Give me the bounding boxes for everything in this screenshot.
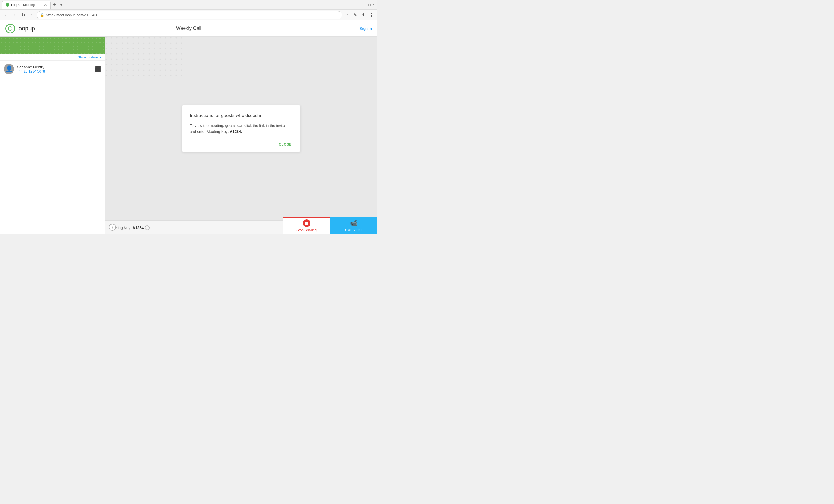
logo-text: loopup: [17, 25, 35, 32]
logo-icon: [5, 24, 15, 34]
refresh-button[interactable]: ↻: [19, 11, 27, 19]
logo-inner-ring: [8, 26, 13, 31]
home-button[interactable]: ⌂: [28, 11, 36, 19]
svg-rect-1: [105, 37, 186, 77]
instructions-dialog: Instructions for guests who dialed in To…: [182, 105, 301, 152]
page-info-button[interactable]: i: [109, 224, 116, 231]
browser-top-bar: LoopUp Meeting ✕ + ▾ — ▢ ✕: [0, 0, 377, 10]
page-title: Weekly Call: [176, 26, 201, 31]
tab-label: LoopUp Meeting: [11, 3, 35, 7]
menu-icon[interactable]: ⋮: [368, 11, 375, 19]
address-bar[interactable]: 🔒 https://meet.loopup.com/A123456: [37, 11, 342, 19]
show-history-button[interactable]: Show history ▼: [78, 55, 102, 59]
main-layout: Show history ▼ 👤 Carianne Gentry +44 20 …: [0, 37, 377, 235]
video-camera-icon: 📹: [350, 220, 357, 227]
history-arrow-icon: ▼: [99, 56, 102, 59]
dialog-footer: CLOSE: [190, 140, 291, 146]
tab-list-button[interactable]: ▾: [58, 1, 64, 8]
new-tab-button[interactable]: +: [51, 1, 58, 8]
bookmark-star-icon[interactable]: ☆: [343, 11, 351, 19]
dialog-meeting-key: A1234.: [230, 129, 242, 134]
stop-sharing-record-icon: [303, 219, 310, 227]
forward-button[interactable]: ›: [11, 11, 18, 19]
avatar-icon: 👤: [5, 65, 13, 72]
avatar: 👤: [4, 64, 14, 74]
content-main: Instructions for guests who dialed in To…: [105, 37, 377, 220]
sidebar-banner: [0, 37, 105, 54]
participant-row: 👤 Carianne Gentry +44 20 1234 5678 ⬛: [0, 61, 105, 78]
start-video-label: Start Video: [345, 228, 362, 232]
browser-toolbar: ‹ › ↻ ⌂ 🔒 https://meet.loopup.com/A12345…: [0, 10, 377, 21]
screen-share-icon[interactable]: ⬛: [94, 66, 101, 72]
browser-tab-active[interactable]: LoopUp Meeting ✕: [2, 1, 51, 9]
signin-link[interactable]: Sign in: [359, 26, 372, 31]
content-area: Instructions for guests who dialed in To…: [105, 37, 377, 235]
history-bar: Show history ▼: [0, 54, 105, 61]
maximize-button[interactable]: ▢: [368, 3, 371, 6]
url-text: https://meet.loopup.com/A123456: [46, 13, 98, 17]
meeting-key-value: A1234: [133, 225, 144, 230]
participant-info: Carianne Gentry +44 20 1234 5678: [17, 65, 92, 73]
start-video-button[interactable]: 📹 Start Video: [330, 217, 377, 235]
participant-phone: +44 20 1234 5678: [17, 69, 92, 73]
participant-name: Carianne Gentry: [17, 65, 92, 69]
action-buttons: Stop Sharing 📹 Start Video: [283, 217, 377, 235]
reading-list-icon[interactable]: ✎: [351, 11, 359, 19]
dialog-body: To view the meeting, guests can click th…: [190, 123, 291, 135]
sidebar: Show history ▼ 👤 Carianne Gentry +44 20 …: [0, 37, 105, 235]
stop-sharing-button[interactable]: Stop Sharing: [283, 217, 330, 235]
share-icon[interactable]: ⬆: [359, 11, 367, 19]
minimize-button[interactable]: —: [363, 3, 367, 6]
app-header: loopup Weekly Call Sign in: [0, 21, 377, 37]
lock-icon: 🔒: [40, 13, 44, 17]
toolbar-actions: ☆ ✎ ⬆ ⋮: [343, 11, 375, 19]
back-button[interactable]: ‹: [2, 11, 10, 19]
close-window-button[interactable]: ✕: [372, 3, 375, 6]
show-history-label: Show history: [78, 55, 98, 59]
tab-close-button[interactable]: ✕: [44, 3, 47, 7]
stop-sharing-label: Stop Sharing: [297, 228, 316, 232]
meeting-key-info-icon[interactable]: i: [145, 225, 150, 230]
dialog-close-button[interactable]: CLOSE: [279, 142, 291, 146]
dialog-title: Instructions for guests who dialed in: [190, 113, 291, 118]
tab-favicon: [6, 3, 9, 7]
logo: loopup: [5, 24, 35, 34]
dot-pattern: [105, 37, 186, 77]
